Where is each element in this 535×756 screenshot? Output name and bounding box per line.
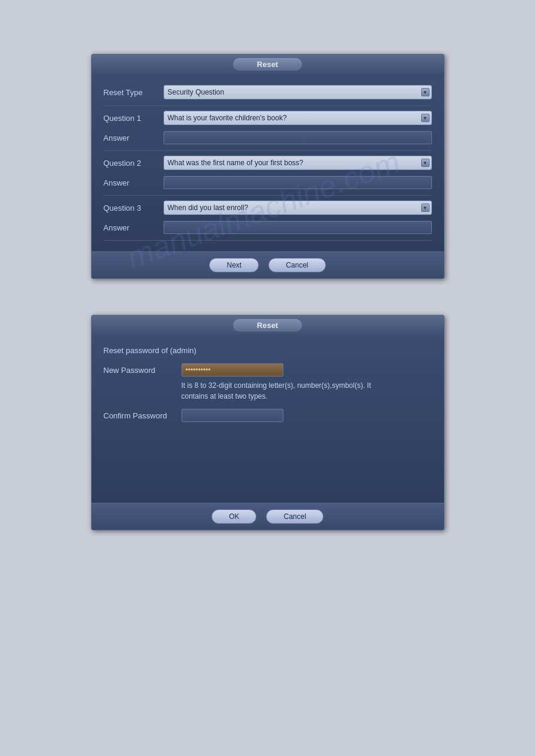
answer3-label: Answer [104, 223, 158, 232]
next-button[interactable]: Next [209, 258, 259, 272]
dialog-reset-security: Reset Reset Type Security Question Email… [91, 54, 445, 279]
reset-admin-info: Reset password of (admin) [104, 346, 432, 355]
cancel-button-2[interactable]: Cancel [266, 509, 323, 524]
question3-select[interactable]: When did you last enroll? What is your f… [164, 201, 432, 215]
new-password-label: New Password [104, 366, 176, 375]
dialog1-title: Reset [233, 58, 302, 71]
question1-select-wrapper: What is your favorite children's book? W… [164, 111, 432, 125]
divider2 [104, 150, 432, 151]
new-password-input[interactable] [182, 363, 283, 377]
dialog1-footer: Next Cancel [92, 251, 444, 278]
answer3-row: Answer [104, 221, 432, 234]
dialog2-body: Reset password of (admin) New Password I… [92, 335, 444, 503]
reset-type-row: Reset Type Security Question Email Phone… [104, 85, 432, 99]
divider3 [104, 195, 432, 196]
confirm-password-label: Confirm Password [104, 411, 176, 420]
question1-row: Question 1 What is your favorite childre… [104, 111, 432, 125]
dialog-reset-password: Reset Reset password of (admin) New Pass… [91, 315, 445, 530]
confirm-password-row: Confirm Password [104, 409, 432, 422]
dialog2-title: Reset [233, 319, 302, 332]
question1-label: Question 1 [104, 114, 158, 123]
question3-row: Question 3 When did you last enroll? Wha… [104, 201, 432, 215]
question2-label: Question 2 [104, 159, 158, 168]
dialog1-title-bar: Reset [92, 54, 444, 74]
reset-type-select-wrapper: Security Question Email Phone ▼ [164, 85, 432, 99]
ok-button[interactable]: OK [211, 509, 256, 524]
question2-select-wrapper: What was the first name of your first bo… [164, 156, 432, 170]
answer2-row: Answer [104, 176, 432, 189]
answer1-row: Answer [104, 131, 432, 144]
confirm-password-input[interactable] [182, 409, 283, 422]
cancel-button-1[interactable]: Cancel [268, 258, 325, 272]
dialog2-footer: OK Cancel [92, 503, 444, 530]
reset-type-label: Reset Type [104, 88, 158, 97]
answer1-label: Answer [104, 133, 158, 142]
divider4 [104, 240, 432, 241]
password-hint-text: It is 8 to 32-digit containing letter(s)… [182, 380, 432, 402]
answer2-input[interactable] [164, 176, 432, 189]
question3-select-wrapper: When did you last enroll? What is your f… [164, 201, 432, 215]
divider1 [104, 105, 432, 106]
answer1-input[interactable] [164, 131, 432, 144]
question2-row: Question 2 What was the first name of yo… [104, 156, 432, 170]
new-password-row: New Password [104, 363, 432, 377]
reset-type-select[interactable]: Security Question Email Phone [164, 85, 432, 99]
question2-select[interactable]: What was the first name of your first bo… [164, 156, 432, 170]
question3-label: Question 3 [104, 204, 158, 212]
dialog2-title-bar: Reset [92, 315, 444, 335]
answer3-input[interactable] [164, 221, 432, 234]
dialog1-body: Reset Type Security Question Email Phone… [92, 74, 444, 251]
question1-select[interactable]: What is your favorite children's book? W… [164, 111, 432, 125]
answer2-label: Answer [104, 178, 158, 187]
